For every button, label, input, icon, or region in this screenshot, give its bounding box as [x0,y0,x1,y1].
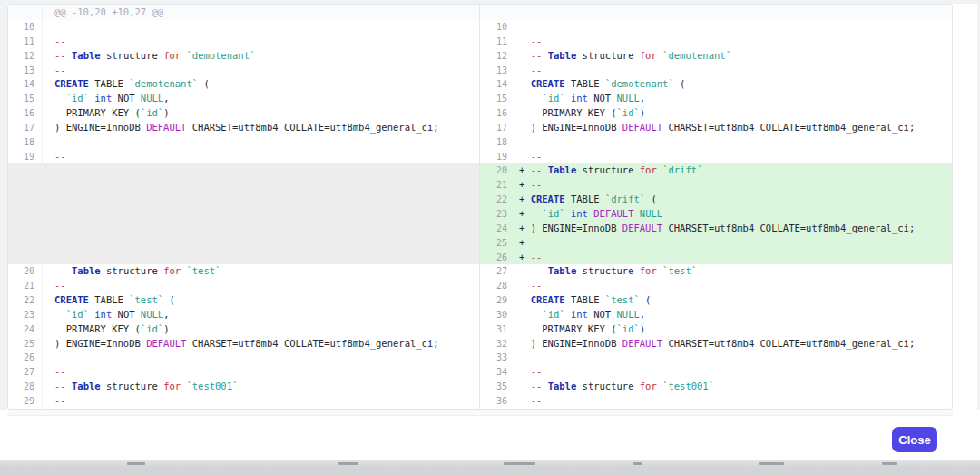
left-line-number [8,236,43,251]
diff-marker [519,50,531,61]
right-code-line: -- Table structure for `test001` [515,380,952,394]
left-code-line: -- [43,150,480,164]
right-line-number: 33 [480,351,515,365]
diff-row: 20-- Table structure for `test`27 -- Tab… [8,264,952,279]
right-line-number: 16 [480,106,515,121]
diff-row: 23 `id` int NOT NULL,30 `id` int NOT NUL… [8,308,952,322]
close-button[interactable]: Close [892,427,937,452]
right-code-line [515,135,952,150]
diff-row: 17) ENGINE=InnoDB DEFAULT CHARSET=utf8mb… [8,121,952,135]
right-code-line: + -- Table structure for `drift` [515,163,952,178]
diff-marker [519,107,531,118]
obscured-background-text [127,462,145,465]
diff-marker: + [519,179,531,190]
diff-marker: + [519,193,531,204]
right-line-number: 32 [480,337,515,351]
diff-marker [519,280,531,291]
right-code-line: -- [515,394,952,409]
diff-row: 22+ CREATE TABLE `drift` ( [8,193,952,207]
right-line-number: 13 [480,64,515,78]
left-code-line: -- [43,64,480,78]
diff-row: 16 PRIMARY KEY (`id`)16 PRIMARY KEY (`id… [8,106,952,121]
right-code-line: -- [515,279,952,293]
right-line-number: 31 [480,322,515,337]
left-line-number: 13 [8,64,43,78]
left-line-number [8,222,43,236]
left-code-line: ) ENGINE=InnoDB DEFAULT CHARSET=utf8mb4 … [43,337,480,351]
left-line-number: 28 [8,380,43,394]
diff-row: 2633 [8,351,952,365]
right-line-number: 17 [480,121,515,135]
right-line-number: 24 [480,222,515,236]
right-line-number: 30 [480,308,515,322]
right-code-line: -- Table structure for `demotenant` [515,49,952,64]
diff-row: 24+ ) ENGINE=InnoDB DEFAULT CHARSET=utf8… [8,222,952,236]
diff-marker [519,338,531,349]
horizontal-scrollbar[interactable] [7,410,953,416]
left-code-line [43,236,480,251]
left-line-number: 10 [8,20,43,35]
diff-row: 26+ -- [8,251,952,265]
left-code-line [43,178,480,193]
left-code-line: -- [43,394,480,409]
left-code-line: PRIMARY KEY (`id`) [43,322,480,337]
diff-marker [519,122,531,133]
diff-marker: + [519,208,531,219]
right-code-line [515,351,952,365]
right-code-line: -- [515,35,952,49]
left-line-number: 26 [8,351,43,365]
right-line-number: 34 [480,365,515,380]
hunk-header-row: @@ -10,20 +10,27 @@ [8,5,952,20]
right-code-line: ) ENGINE=InnoDB DEFAULT CHARSET=utf8mb4 … [515,337,952,351]
left-line-number: 19 [8,150,43,164]
right-code-line: ) ENGINE=InnoDB DEFAULT CHARSET=utf8mb4 … [515,121,952,135]
right-code-line: -- [515,150,952,164]
diff-row: 25+ [8,236,952,251]
left-code-line: CREATE TABLE `test` ( [43,293,480,308]
page-background-edge-left [0,4,7,410]
left-code-line: `id` int NOT NULL, [43,92,480,106]
diff-marker [519,35,531,46]
right-code-line: `id` int NOT NULL, [515,92,952,106]
left-code-line: -- [43,35,480,49]
diff-marker [519,21,531,32]
right-line-number: 25 [480,236,515,251]
hunk-right-gutter [480,5,515,20]
diff-marker [519,136,531,147]
diff-marker [519,381,531,391]
obscured-background-text [338,462,358,465]
diff-row: 11--11 -- [8,35,952,49]
left-line-number: 11 [8,35,43,49]
diff-marker [519,395,531,406]
diff-viewer[interactable]: @@ -10,20 +10,27 @@ 1010 11--11 --12-- T… [7,4,953,410]
right-line-number: 19 [480,150,515,164]
right-line-number: 20 [480,163,515,178]
right-line-number: 23 [480,207,515,222]
right-line-number: 10 [480,20,515,35]
diff-marker: + [519,237,531,248]
left-line-number: 20 [8,264,43,279]
left-code-line: -- [43,279,480,293]
diff-marker [519,366,531,377]
right-code-line: + -- [515,251,952,265]
left-code-line [43,207,480,222]
left-line-number: 18 [8,135,43,150]
diff-row: 12-- Table structure for `demotenant`12 … [8,49,952,64]
left-code-line [43,351,480,365]
right-code-line: CREATE TABLE `test` ( [515,293,952,308]
diff-row: 27--34 -- [8,365,952,380]
right-code-line: -- [515,64,952,78]
left-line-number: 23 [8,308,43,322]
right-line-number: 28 [480,279,515,293]
diff-row: 23+ `id` int DEFAULT NULL [8,207,952,222]
diff-marker [519,64,531,75]
right-line-number: 22 [480,193,515,207]
hunk-header: @@ -10,20 +10,27 @@ [43,5,480,20]
diff-row: 24 PRIMARY KEY (`id`)31 PRIMARY KEY (`id… [8,322,952,337]
left-line-number [8,178,43,193]
right-line-number: 27 [480,264,515,279]
left-line-number: 16 [8,106,43,121]
diff-row: 21--28 -- [8,279,952,293]
diff-marker [519,309,531,320]
right-line-number: 18 [480,135,515,150]
